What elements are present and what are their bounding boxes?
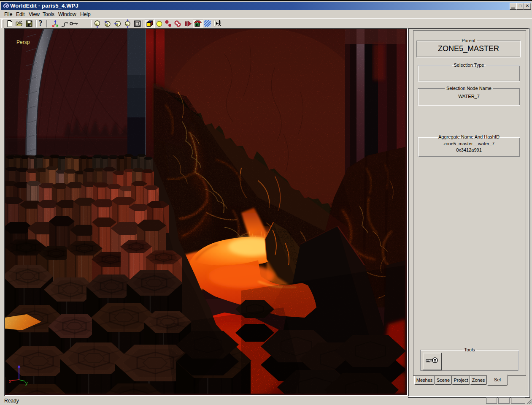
- svg-text:x: x: [9, 378, 11, 383]
- svg-text:Persp: Persp: [16, 39, 30, 45]
- svg-text:y: y: [25, 381, 28, 386]
- svg-text:?: ?: [39, 19, 43, 27]
